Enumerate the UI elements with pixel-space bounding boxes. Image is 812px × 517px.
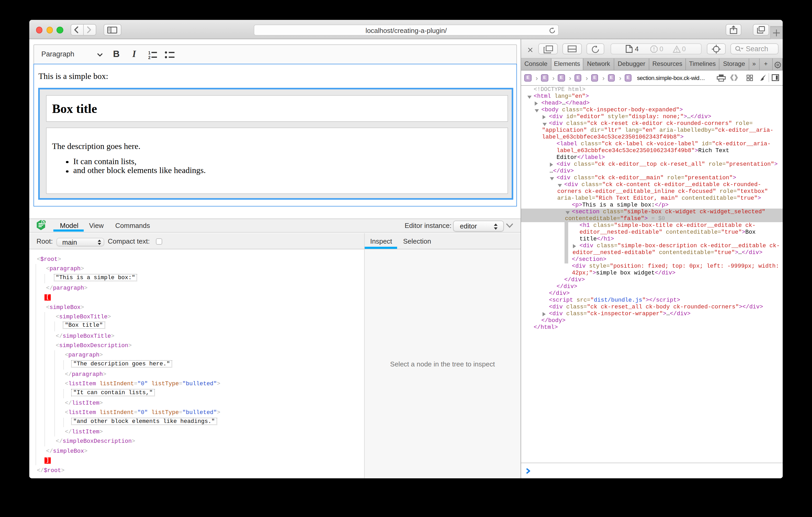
svg-text:5: 5 (42, 220, 45, 224)
svg-text:2: 2 (148, 55, 150, 59)
svg-text:1: 1 (148, 51, 150, 55)
